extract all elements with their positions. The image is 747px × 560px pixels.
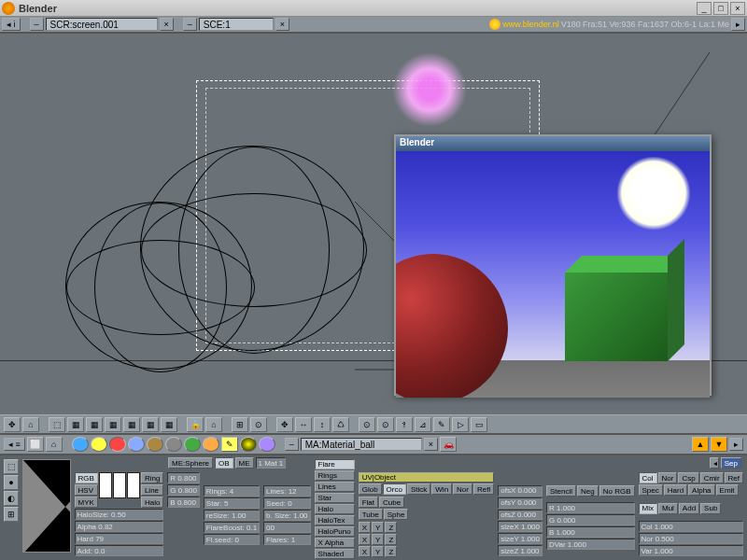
toolbar-btn-23[interactable]: ▭: [471, 417, 487, 432]
halo-hard[interactable]: Hard 79: [75, 533, 164, 544]
tex-prev[interactable]: ◂: [710, 457, 719, 469]
uv-x-0[interactable]: X: [359, 522, 371, 533]
uv-proj-1[interactable]: Cube: [379, 497, 404, 508]
toolbar-btn-18[interactable]: ⊙: [377, 417, 394, 432]
3d-viewport[interactable]: Blender: [0, 34, 747, 414]
preview-mode-0[interactable]: ⬚: [4, 459, 19, 474]
mesh-name-field[interactable]: ME:Sphere: [168, 457, 213, 469]
swatch-label-0[interactable]: Ring: [141, 472, 163, 483]
stencil-0[interactable]: Stencil: [546, 485, 576, 497]
uv-x-1[interactable]: Y: [372, 522, 384, 533]
material-name-field[interactable]: MA:Material_ball: [301, 438, 422, 451]
toolbar-btn-21[interactable]: ✎: [433, 417, 450, 432]
toolbar-btn-22[interactable]: ▷: [452, 417, 469, 432]
flare-4[interactable]: Halo: [315, 504, 355, 514]
toolbar-btn-5[interactable]: ▦: [105, 417, 121, 432]
ob-toggle[interactable]: OB: [215, 457, 233, 469]
out-top-2[interactable]: Csp: [678, 472, 698, 483]
toolbar-btn-4[interactable]: ▦: [86, 417, 103, 432]
out-bot-0[interactable]: Spec: [639, 484, 663, 496]
ofs-0[interactable]: ofsX 0.000: [498, 485, 543, 497]
toolbar-btn-10[interactable]: ⌂: [205, 417, 222, 432]
lines-4[interactable]: Flares: 1: [263, 534, 310, 545]
mat-count[interactable]: 1 Mat 1: [256, 457, 287, 469]
toolbar-btn-11[interactable]: ⊞: [232, 417, 248, 432]
edit-buttons-icon[interactable]: [184, 437, 201, 452]
uv-map-2[interactable]: Stick: [407, 483, 430, 495]
swatch-mir[interactable]: [127, 472, 140, 498]
rgb-val-2[interactable]: B 0.800: [167, 497, 199, 508]
end-2[interactable]: Var 1.000: [639, 545, 743, 556]
flare-3[interactable]: Star: [315, 493, 355, 503]
toolbar-btn-20[interactable]: ⊿: [415, 417, 431, 432]
paint-icon[interactable]: ✎: [221, 437, 238, 452]
halo-size[interactable]: HaloSize: 0.50: [75, 509, 164, 520]
flare-2[interactable]: Lines: [315, 482, 355, 492]
rgb2-0[interactable]: R 1.000: [546, 502, 635, 513]
uv-z-2[interactable]: Z: [385, 546, 397, 557]
me-toggle[interactable]: ME: [235, 457, 254, 469]
nav-up-icon[interactable]: ▲: [692, 437, 709, 452]
rgb2-1[interactable]: G 0.000: [546, 514, 635, 525]
scene-x[interactable]: ×: [275, 18, 289, 31]
uv-z-1[interactable]: Y: [372, 546, 384, 557]
rgb2-2[interactable]: B 1.000: [546, 526, 635, 538]
toolbar-btn-8[interactable]: ▦: [161, 417, 177, 432]
uv-map-1[interactable]: Orco: [383, 483, 406, 495]
world-buttons-icon[interactable]: [203, 437, 219, 452]
screen-minus[interactable]: –: [30, 18, 44, 31]
auto-icon[interactable]: 🚗: [440, 437, 457, 452]
rgb-val-1[interactable]: G 0.800: [167, 484, 199, 496]
render-titlebar[interactable]: Blender: [396, 136, 710, 151]
toolbar-btn-7[interactable]: ▦: [142, 417, 159, 432]
stencil-1[interactable]: Neg: [577, 485, 599, 497]
uv-map-5[interactable]: Refl: [473, 483, 494, 495]
header-dropdown-icon[interactable]: ◂ ≡: [4, 438, 25, 451]
mat-x[interactable]: ×: [424, 438, 438, 451]
close-button[interactable]: ×: [730, 2, 745, 15]
ofs-1[interactable]: ofsY 0.000: [498, 497, 543, 509]
toolbar-btn-15[interactable]: ↕: [314, 417, 331, 432]
toolbar-btn-3[interactable]: ▦: [67, 417, 84, 432]
toolbar-btn-6[interactable]: ▦: [123, 417, 140, 432]
header-scroll-icon[interactable]: ▸: [729, 438, 743, 451]
script-buttons-icon[interactable]: [259, 437, 275, 452]
flare-1[interactable]: Rings: [315, 470, 355, 481]
material-buttons-icon[interactable]: [109, 437, 126, 452]
lines-1[interactable]: Seed: 0: [263, 497, 310, 509]
fullscreen-icon[interactable]: ⬜: [27, 437, 44, 452]
out-top-0[interactable]: Col: [639, 472, 657, 483]
uv-z-0[interactable]: X: [359, 546, 371, 557]
ofs-5[interactable]: sizeZ 1.000: [498, 545, 543, 556]
rings-3[interactable]: FlareBoost: 0.1: [204, 522, 260, 533]
end-0[interactable]: Col 1.000: [639, 521, 743, 532]
uv-y-0[interactable]: X: [359, 534, 371, 545]
uv-y-1[interactable]: Y: [372, 534, 384, 545]
uv-y-2[interactable]: Z: [385, 534, 397, 545]
preview-mode-3[interactable]: ⊞: [4, 507, 19, 522]
toolbar-btn-17[interactable]: ⊙: [359, 417, 375, 432]
toolbar-btn-19[interactable]: ⫯: [396, 417, 413, 432]
view-buttons-icon[interactable]: [72, 437, 89, 452]
realtime-buttons-icon[interactable]: [165, 437, 182, 452]
anim-buttons-icon[interactable]: [147, 437, 163, 452]
uv-x-2[interactable]: Z: [385, 522, 397, 533]
render-window[interactable]: Blender: [394, 134, 712, 396]
flare-8[interactable]: Shaded: [315, 549, 355, 559]
rgb-val-0[interactable]: R 0.800: [167, 472, 199, 483]
ofs-4[interactable]: sizeY 1.000: [498, 533, 543, 544]
mix-2[interactable]: Add: [679, 503, 699, 514]
end-1[interactable]: Nor 0.500: [639, 533, 743, 544]
halo-add[interactable]: Add: 0.0: [75, 545, 164, 556]
lamp-buttons-icon[interactable]: [91, 437, 107, 452]
flare-5[interactable]: HaloTex: [315, 515, 355, 525]
toolbar-btn-1[interactable]: ⌂: [22, 417, 39, 432]
rings-2[interactable]: reSize: 1.00: [204, 510, 260, 521]
lines-3[interactable]: 00: [263, 522, 310, 533]
uv-proj2-0[interactable]: Tube: [359, 509, 383, 520]
stats-scroll-icon[interactable]: ▸: [731, 18, 745, 31]
lines-0[interactable]: Lines: 12: [263, 485, 310, 497]
uv-map-0[interactable]: Glob: [359, 483, 382, 495]
sep-button[interactable]: Sep: [721, 457, 741, 469]
color-mode-2[interactable]: MYK: [75, 497, 98, 508]
